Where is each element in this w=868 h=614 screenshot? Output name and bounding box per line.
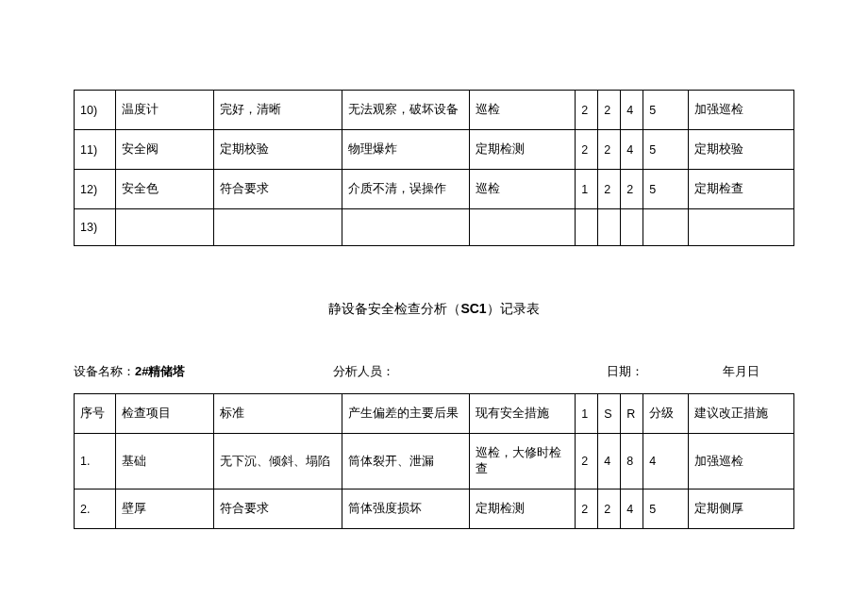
table-row: 10) 温度计 完好，清晰 无法观察，破坏设备 巡检 2 2 4 5 加强巡检 — [75, 91, 794, 130]
cell-std — [213, 209, 342, 246]
section-title: 静设备安全检查分析（SC1）记录表 — [74, 301, 794, 318]
cell-sugg: 定期侧厚 — [689, 490, 794, 529]
header-item: 检查项目 — [115, 394, 213, 434]
cell-n3: 4 — [621, 130, 643, 170]
cell-n1: 2 — [576, 91, 598, 130]
cell-cons: 物理爆炸 — [342, 130, 470, 170]
cell-std: 符合要求 — [213, 170, 342, 209]
cell-n3: 4 — [621, 91, 643, 130]
meta-line: 设备名称：2#精储塔 分析人员： 日期： 年月日 — [74, 363, 794, 380]
cell-n2: 2 — [598, 170, 621, 209]
cell-cons: 筒体强度损坏 — [342, 490, 470, 529]
cell-n2 — [598, 209, 621, 246]
title-post: ）记录表 — [487, 301, 540, 316]
header-n2: S — [598, 394, 621, 434]
cell-item: 壁厚 — [115, 490, 213, 529]
cell-item: 安全色 — [115, 170, 213, 209]
cell-n3: 4 — [621, 490, 643, 529]
cell-n3: 8 — [621, 434, 643, 490]
table-row: 11) 安全阀 定期校验 物理爆炸 定期检测 2 2 4 5 定期校验 — [75, 130, 794, 170]
cell-idx: 10) — [75, 91, 116, 130]
cell-idx: 13) — [75, 209, 116, 246]
table-row: 2. 壁厚 符合要求 筒体强度损坏 定期检测 2 2 4 5 定期侧厚 — [75, 490, 794, 529]
cell-cons: 筒体裂开、泄漏 — [342, 434, 470, 490]
cell-n4 — [643, 209, 689, 246]
header-meas: 现有安全措施 — [470, 394, 576, 434]
table-row: 13) — [75, 209, 794, 246]
header-std: 标准 — [213, 394, 342, 434]
cell-n1: 2 — [576, 130, 598, 170]
cell-sugg — [689, 209, 794, 246]
cell-n3 — [621, 209, 643, 246]
cell-n4: 5 — [643, 490, 689, 529]
cell-item: 基础 — [115, 434, 213, 490]
cell-idx: 2. — [75, 490, 116, 529]
cell-n1: 2 — [576, 434, 598, 490]
cell-meas — [470, 209, 576, 246]
cell-n2: 4 — [598, 434, 621, 490]
cell-cons: 无法观察，破坏设备 — [342, 91, 470, 130]
cell-n4: 5 — [643, 170, 689, 209]
analyst-label: 分析人员： — [333, 364, 394, 378]
cell-n3: 2 — [621, 170, 643, 209]
table-row: 1. 基础 无下沉、倾斜、塌陷 筒体裂开、泄漏 巡检，大修时检查 2 4 8 4… — [75, 434, 794, 490]
cell-sugg: 加强巡检 — [689, 434, 794, 490]
cell-meas: 定期检测 — [470, 490, 576, 529]
cell-sugg: 加强巡检 — [689, 91, 794, 130]
header-n3: R — [621, 394, 643, 434]
cell-meas: 定期检测 — [470, 130, 576, 170]
header-n1: 1 — [576, 394, 598, 434]
cell-meas: 巡检 — [470, 91, 576, 130]
cell-n1 — [576, 209, 598, 246]
cell-idx: 1. — [75, 434, 116, 490]
cell-idx: 11) — [75, 130, 116, 170]
header-idx: 序号 — [75, 394, 116, 434]
cell-n1: 1 — [576, 170, 598, 209]
cell-n2: 2 — [598, 130, 621, 170]
equipment-name-label: 设备名称： — [74, 364, 135, 378]
cell-meas: 巡检，大修时检查 — [470, 434, 576, 490]
cell-std: 定期校验 — [213, 130, 342, 170]
date-label: 日期： — [607, 364, 643, 378]
cell-n2: 2 — [598, 490, 621, 529]
cell-item: 安全阀 — [115, 130, 213, 170]
equipment-name-value: 2#精储塔 — [135, 364, 185, 378]
cell-cons — [342, 209, 470, 246]
title-pre: 静设备安全检查分析（ — [328, 301, 460, 316]
title-code: SC1 — [460, 301, 486, 316]
cell-item — [115, 209, 213, 246]
cell-item: 温度计 — [115, 91, 213, 130]
cell-std: 符合要求 — [213, 490, 342, 529]
analysis-table-continued: 10) 温度计 完好，清晰 无法观察，破坏设备 巡检 2 2 4 5 加强巡检 … — [74, 90, 794, 246]
cell-cons: 介质不清，误操作 — [342, 170, 470, 209]
cell-n4: 5 — [643, 91, 689, 130]
cell-std: 完好，清晰 — [213, 91, 342, 130]
cell-sugg: 定期校验 — [689, 130, 794, 170]
table-row: 12) 安全色 符合要求 介质不清，误操作 巡检 1 2 2 5 定期检查 — [75, 170, 794, 209]
date-value: 年月日 — [723, 364, 760, 378]
cell-idx: 12) — [75, 170, 116, 209]
analysis-table-new: 序号 检查项目 标准 产生偏差的主要后果 现有安全措施 1 S R 分级 建议改… — [74, 393, 794, 529]
cell-n2: 2 — [598, 91, 621, 130]
header-sugg: 建议改正措施 — [689, 394, 794, 434]
cell-sugg: 定期检查 — [689, 170, 794, 209]
header-cons: 产生偏差的主要后果 — [342, 394, 470, 434]
cell-n1: 2 — [576, 490, 598, 529]
cell-std: 无下沉、倾斜、塌陷 — [213, 434, 342, 490]
cell-n4: 4 — [643, 434, 689, 490]
header-n4: 分级 — [643, 394, 689, 434]
table-header-row: 序号 检查项目 标准 产生偏差的主要后果 现有安全措施 1 S R 分级 建议改… — [75, 394, 794, 434]
cell-n4: 5 — [643, 130, 689, 170]
cell-meas: 巡检 — [470, 170, 576, 209]
